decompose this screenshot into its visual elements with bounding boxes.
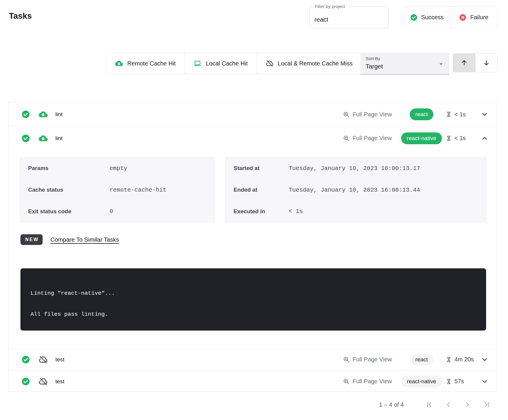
next-page-icon <box>464 401 471 408</box>
pagination: 1 – 4 of 4 <box>349 397 497 412</box>
task-duration-value: < 1s <box>454 111 466 118</box>
task-detail-panel-left: Params empty Cache status remote-cache-h… <box>20 157 215 222</box>
zoom-in-icon <box>343 111 350 118</box>
task-row-right: Full Page View react-native < 1s <box>343 132 496 144</box>
terminal-line: Linting "react-native"... <box>30 290 476 297</box>
task-row-left: lint <box>9 134 62 143</box>
x-circle-icon <box>459 14 466 21</box>
params-label: Params <box>20 165 110 171</box>
cloud-download-icon <box>115 60 123 67</box>
task-row-lint-react[interactable]: lint Full Page View react < 1s <box>9 102 496 126</box>
sort-by-label: Sort By <box>366 56 380 61</box>
project-badge-box: react <box>401 354 442 366</box>
last-page-button[interactable] <box>483 401 490 408</box>
pagination-range: 1 – 4 of 4 <box>379 401 404 408</box>
collapse-row-button[interactable] <box>481 134 488 142</box>
detail-row-params: Params empty <box>20 158 215 179</box>
exit-code-value: 0 <box>110 208 113 215</box>
check-circle-icon <box>22 110 30 118</box>
executed-in-value: < 1s <box>289 208 303 215</box>
cache-filter-group: Remote Cache Hit Local Cache Hit Local &… <box>106 53 362 74</box>
task-duration-value: 4m 20s <box>454 356 474 363</box>
laptop-icon <box>194 60 201 67</box>
hourglass-icon <box>446 111 452 117</box>
task-detail-panel-right: Started at Tuesday, January 10, 2023 16:… <box>225 157 486 222</box>
project-badge-box: react-native <box>401 376 442 387</box>
sort-direction-group <box>453 53 497 72</box>
sort-ascending-button[interactable] <box>453 54 475 72</box>
last-page-icon <box>483 401 490 408</box>
task-duration-value: 57s <box>454 378 464 385</box>
cache-miss-filter-button[interactable]: Local & Remote Cache Miss <box>257 53 361 74</box>
ended-at-value: Tuesday, January 10, 2023 16:00:13.44 <box>289 187 420 193</box>
zoom-in-icon <box>343 378 350 385</box>
full-page-view-link[interactable]: Full Page View <box>343 356 392 363</box>
next-page-button[interactable] <box>464 401 471 408</box>
cache-status-value: remote-cache-hit <box>110 187 166 193</box>
task-name: test <box>55 356 65 363</box>
hourglass-icon <box>446 379 452 384</box>
detail-row-executed-in: Executed in < 1s <box>226 201 486 222</box>
arrow-down-icon <box>483 59 490 67</box>
ended-at-label: Ended at <box>226 187 289 193</box>
cache-status-label: Cache status <box>20 187 110 193</box>
project-filter-input[interactable] <box>310 7 388 28</box>
failure-filter-label: Failure <box>470 14 488 21</box>
check-circle-icon <box>410 14 417 21</box>
zoom-in-icon <box>343 356 350 363</box>
task-row-test-react[interactable]: test Full Page View react 4m 20s <box>9 348 496 370</box>
project-filter-label: Filter by project <box>313 4 347 9</box>
sort-descending-button[interactable] <box>475 54 497 72</box>
task-duration: 57s <box>446 378 481 385</box>
cache-miss-label: Local & Remote Cache Miss <box>278 60 353 67</box>
task-row-lint-react-native[interactable]: lint Full Page View react-native < 1s <box>9 126 496 150</box>
detail-row-ended-at: Ended at Tuesday, January 10, 2023 16:00… <box>226 179 486 201</box>
sort-by-select[interactable]: Sort By Target <box>360 53 449 75</box>
success-filter-button[interactable]: Success <box>403 7 450 28</box>
expand-row-button[interactable] <box>481 110 488 118</box>
first-page-button[interactable] <box>426 401 433 408</box>
task-row-right: Full Page View react-native 57s <box>343 376 496 387</box>
task-row-left: lint <box>9 110 62 119</box>
task-duration-value: < 1s <box>454 135 466 142</box>
previous-page-button[interactable] <box>445 401 452 408</box>
project-filter-field[interactable]: Filter by project <box>309 7 389 28</box>
check-circle-icon <box>22 377 30 386</box>
compare-to-similar-tasks-link[interactable]: Compare To Similar Tasks <box>50 236 119 243</box>
full-page-view-label: Full Page View <box>353 111 392 118</box>
task-row-right: Full Page View react 4m 20s <box>343 354 496 366</box>
started-at-value: Tuesday, January 10, 2023 16:00:13.17 <box>289 165 420 172</box>
expand-row-button[interactable] <box>481 356 488 363</box>
sort-by-value: Target <box>366 63 383 70</box>
local-cache-hit-filter-button[interactable]: Local Cache Hit <box>184 53 256 74</box>
new-badge: NEW <box>20 234 43 245</box>
task-duration: 4m 20s <box>446 356 481 363</box>
project-badge-box: react-native <box>401 132 442 144</box>
task-row-test-react-native[interactable]: test Full Page View react-native 57s <box>9 370 496 392</box>
chevron-down-icon <box>481 356 488 363</box>
full-page-view-link[interactable]: Full Page View <box>343 135 392 142</box>
failure-filter-button[interactable]: Failure <box>450 7 497 28</box>
project-badge: react-native <box>401 376 442 387</box>
task-list: lint Full Page View react < 1s <box>8 102 496 392</box>
prev-page-icon <box>445 401 452 408</box>
project-badge: react <box>410 108 433 120</box>
project-badge-box: react <box>401 108 442 120</box>
zoom-in-icon <box>343 135 350 142</box>
compare-row: NEW Compare To Similar Tasks <box>20 234 119 245</box>
cloud-off-icon <box>266 60 274 67</box>
terminal-line: All files pass linting. <box>30 311 476 318</box>
full-page-view-link[interactable]: Full Page View <box>343 111 392 118</box>
full-page-view-label: Full Page View <box>353 378 392 385</box>
exit-code-label: Exit status code <box>20 208 110 215</box>
full-page-view-link[interactable]: Full Page View <box>343 378 392 385</box>
expand-row-button[interactable] <box>481 378 488 385</box>
task-duration: < 1s <box>446 135 481 142</box>
remote-cache-hit-filter-button[interactable]: Remote Cache Hit <box>106 53 184 74</box>
chevron-up-icon <box>481 134 488 142</box>
first-page-icon <box>426 401 433 408</box>
task-expanded-details: Params empty Cache status remote-cache-h… <box>9 150 496 348</box>
detail-row-exit-code: Exit status code 0 <box>20 201 215 222</box>
cloud-off-icon <box>39 355 48 364</box>
success-filter-label: Success <box>421 14 444 21</box>
